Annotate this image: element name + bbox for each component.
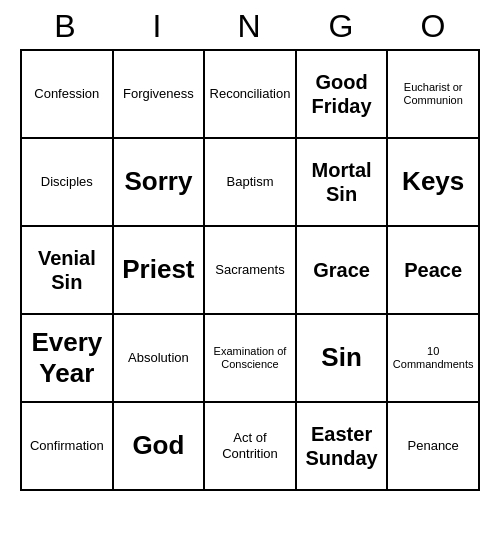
bingo-cell-18: Sin [297,315,389,403]
bingo-header: B I N G O [20,0,480,49]
bingo-cell-20: Confirmation [22,403,114,491]
bingo-cell-19: 10 Commandments [388,315,480,403]
bingo-cell-6: Sorry [114,139,206,227]
header-o: O [392,8,476,45]
bingo-cell-17: Examination of Conscience [205,315,297,403]
bingo-cell-14: Peace [388,227,480,315]
bingo-cell-15: Every Year [22,315,114,403]
bingo-cell-4: Eucharist or Communion [388,51,480,139]
bingo-cell-23: Easter Sunday [297,403,389,491]
bingo-cell-7: Baptism [205,139,297,227]
header-n: N [208,8,292,45]
bingo-cell-2: Reconciliation [205,51,297,139]
bingo-cell-12: Sacraments [205,227,297,315]
bingo-cell-8: Mortal Sin [297,139,389,227]
bingo-cell-3: Good Friday [297,51,389,139]
bingo-cell-21: God [114,403,206,491]
bingo-cell-24: Penance [388,403,480,491]
bingo-cell-11: Priest [114,227,206,315]
bingo-grid: ConfessionForgivenessReconciliationGood … [20,49,480,491]
bingo-cell-1: Forgiveness [114,51,206,139]
bingo-cell-10: Venial Sin [22,227,114,315]
bingo-cell-22: Act of Contrition [205,403,297,491]
header-g: G [300,8,384,45]
header-i: I [116,8,200,45]
bingo-cell-9: Keys [388,139,480,227]
bingo-cell-16: Absolution [114,315,206,403]
bingo-cell-13: Grace [297,227,389,315]
bingo-cell-0: Confession [22,51,114,139]
bingo-cell-5: Disciples [22,139,114,227]
header-b: B [24,8,108,45]
